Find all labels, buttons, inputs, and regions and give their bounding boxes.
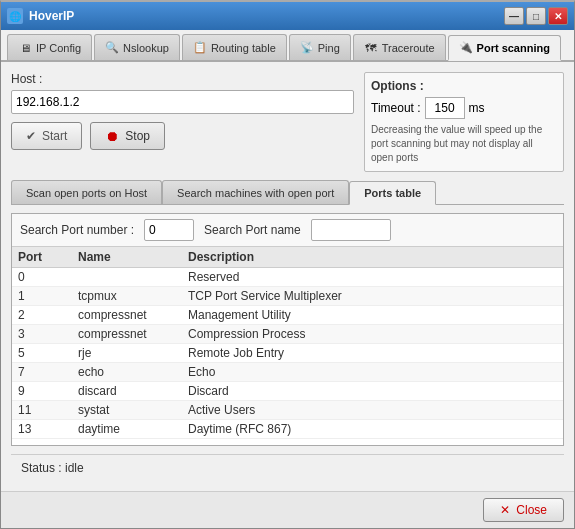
window-controls: — □ ✕: [504, 7, 568, 25]
cell-name: rje: [72, 344, 182, 363]
window-title: HoverIP: [29, 9, 504, 23]
start-button[interactable]: ✔ Start: [11, 122, 82, 150]
table-row[interactable]: 7 echo Echo: [12, 363, 563, 382]
table-row[interactable]: 11 systat Active Users: [12, 401, 563, 420]
status-bar: Status : idle: [11, 454, 564, 481]
button-row: ✔ Start ⏺ Stop: [11, 122, 354, 150]
tab-routing-table[interactable]: 📋 Routing table: [182, 34, 287, 60]
cell-name: [72, 268, 182, 287]
cell-description: Remote Job Entry: [182, 344, 563, 363]
table-row[interactable]: 5 rje Remote Job Entry: [12, 344, 563, 363]
cell-port: 7: [12, 363, 72, 382]
cell-port: 11: [12, 401, 72, 420]
search-port-number-label: Search Port number :: [20, 223, 134, 237]
cell-description: Management Utility: [182, 306, 563, 325]
table-row[interactable]: 1 tcpmux TCP Port Service Multiplexer: [12, 287, 563, 306]
timeout-label: Timeout :: [371, 101, 421, 115]
options-title: Options :: [371, 79, 557, 93]
search-bar: Search Port number : Search Port name: [12, 214, 563, 247]
cell-port: 13: [12, 420, 72, 439]
sub-tab-bar: Scan open ports on Host Search machines …: [11, 180, 564, 205]
status-value: idle: [65, 461, 84, 475]
col-name: Name: [72, 247, 182, 268]
cell-port: 5: [12, 344, 72, 363]
ping-icon: 📡: [300, 41, 314, 55]
cell-port: 9: [12, 382, 72, 401]
tab-ip-config[interactable]: 🖥 IP Config: [7, 34, 92, 60]
cell-name: compressnet: [72, 306, 182, 325]
cell-name: echo: [72, 363, 182, 382]
table-row[interactable]: 9 discard Discard: [12, 382, 563, 401]
cell-description: Discard: [182, 382, 563, 401]
stop-button[interactable]: ⏺ Stop: [90, 122, 165, 150]
sub-tab-ports-table[interactable]: Ports table: [349, 181, 436, 205]
main-window: 🌐 HoverIP — □ ✕ 🖥 IP Config 🔍 Nslookup 📋…: [0, 0, 575, 529]
col-description: Description: [182, 247, 563, 268]
tab-bar: 🖥 IP Config 🔍 Nslookup 📋 Routing table 📡…: [1, 30, 574, 62]
cell-description: Active Users: [182, 401, 563, 420]
cell-port: 1: [12, 287, 72, 306]
tab-port-scanning[interactable]: 🔌 Port scanning: [448, 35, 561, 61]
port-scanning-icon: 🔌: [459, 41, 473, 55]
table-row[interactable]: 13 daytime Daytime (RFC 867): [12, 420, 563, 439]
maximize-button[interactable]: □: [526, 7, 546, 25]
close-button[interactable]: ✕ Close: [483, 498, 564, 522]
host-options-row: Host : ✔ Start ⏺ Stop Options :: [11, 72, 564, 172]
nslookup-icon: 🔍: [105, 41, 119, 55]
traceroute-icon: 🗺: [364, 41, 378, 55]
stop-icon: ⏺: [105, 128, 119, 144]
host-section: Host : ✔ Start ⏺ Stop: [11, 72, 354, 150]
cell-description: Daytime (RFC 867): [182, 420, 563, 439]
options-section: Options : Timeout : ms Decreasing the va…: [364, 72, 564, 172]
col-port: Port: [12, 247, 72, 268]
start-checkmark-icon: ✔: [26, 129, 36, 143]
ports-table: Port Name Description 0 Reserved 1 tcpmu…: [12, 247, 563, 439]
cell-name: discard: [72, 382, 182, 401]
search-port-name-input[interactable]: [311, 219, 391, 241]
options-note: Decreasing the value will speed up the p…: [371, 123, 557, 165]
host-label: Host :: [11, 72, 354, 86]
tab-ping[interactable]: 📡 Ping: [289, 34, 351, 60]
cell-port: 2: [12, 306, 72, 325]
title-bar: 🌐 HoverIP — □ ✕: [1, 2, 574, 30]
cell-name: tcpmux: [72, 287, 182, 306]
window-close-button[interactable]: ✕: [548, 7, 568, 25]
close-x-icon: ✕: [500, 503, 510, 517]
status-label: Status :: [21, 461, 62, 475]
cell-name: compressnet: [72, 325, 182, 344]
cell-description: Reserved: [182, 268, 563, 287]
routing-table-icon: 📋: [193, 41, 207, 55]
cell-description: TCP Port Service Multiplexer: [182, 287, 563, 306]
app-icon: 🌐: [7, 8, 23, 24]
sub-tab-scan-open-ports[interactable]: Scan open ports on Host: [11, 180, 162, 204]
tab-nslookup[interactable]: 🔍 Nslookup: [94, 34, 180, 60]
search-port-number-input[interactable]: [144, 219, 194, 241]
ports-table-wrapper: Port Name Description 0 Reserved 1 tcpmu…: [12, 247, 563, 445]
minimize-button[interactable]: —: [504, 7, 524, 25]
ip-config-icon: 🖥: [18, 41, 32, 55]
host-input[interactable]: [11, 90, 354, 114]
cell-description: Echo: [182, 363, 563, 382]
content-area: Host : ✔ Start ⏺ Stop Options :: [1, 62, 574, 491]
timeout-input[interactable]: [425, 97, 465, 119]
timeout-unit: ms: [469, 101, 485, 115]
cell-name: systat: [72, 401, 182, 420]
cell-port: 3: [12, 325, 72, 344]
footer: ✕ Close: [1, 491, 574, 528]
sub-tab-search-machines[interactable]: Search machines with open port: [162, 180, 349, 204]
tab-traceroute[interactable]: 🗺 Traceroute: [353, 34, 446, 60]
ports-panel: Search Port number : Search Port name Po…: [11, 213, 564, 446]
timeout-row: Timeout : ms: [371, 97, 557, 119]
search-port-name-label: Search Port name: [204, 223, 301, 237]
table-row[interactable]: 2 compressnet Management Utility: [12, 306, 563, 325]
table-row[interactable]: 0 Reserved: [12, 268, 563, 287]
cell-name: daytime: [72, 420, 182, 439]
cell-description: Compression Process: [182, 325, 563, 344]
cell-port: 0: [12, 268, 72, 287]
table-row[interactable]: 3 compressnet Compression Process: [12, 325, 563, 344]
